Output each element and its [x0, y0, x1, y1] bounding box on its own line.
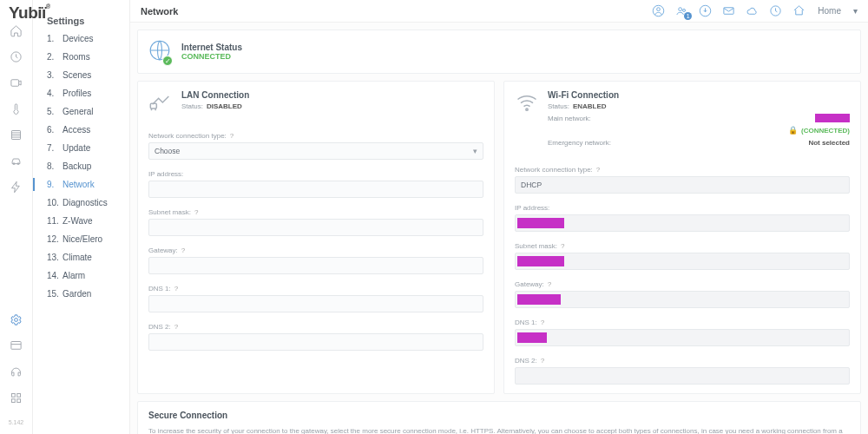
sidebar-item-label: Nice/Elero — [62, 234, 102, 244]
home-selector-label[interactable]: Home — [818, 6, 841, 16]
sidebar-item-nice-elero[interactable]: 12.Nice/Elero — [33, 230, 129, 248]
help-icon[interactable]: ? — [181, 247, 185, 254]
lan-connection-type-select[interactable]: Choose▾ — [148, 142, 483, 160]
wifi-main-network-value — [815, 114, 850, 122]
version-label: 5.142 — [9, 419, 24, 425]
help-icon[interactable]: ? — [174, 285, 178, 293]
sidebar-item-garden[interactable]: 15.Garden — [33, 285, 129, 303]
sidebar-item-label: Rooms — [62, 52, 90, 62]
wifi-title: Wi-Fi Connection — [548, 90, 850, 100]
sidebar-item-backup[interactable]: 8.Backup — [33, 157, 129, 175]
car-icon[interactable] — [9, 153, 24, 168]
svg-point-5 — [15, 318, 18, 321]
blinds-icon[interactable] — [9, 127, 24, 142]
sidebar-item-network[interactable]: 9.Network — [33, 175, 129, 194]
sidebar-item-update[interactable]: 7.Update — [33, 139, 129, 157]
svg-rect-8 — [17, 393, 21, 397]
sidebar-item-label: Diagnostics — [62, 198, 108, 207]
help-icon[interactable]: ? — [596, 166, 600, 174]
sidebar-item-label: Update — [62, 143, 90, 153]
sidebar-item-climate[interactable]: 13.Climate — [33, 248, 129, 266]
svg-rect-6 — [11, 341, 21, 349]
help-icon[interactable]: ? — [230, 132, 233, 140]
svg-point-13 — [679, 8, 682, 11]
globe-icon: ✓ — [148, 39, 171, 64]
svg-rect-1 — [11, 79, 19, 86]
topbar: Network 1 Home ▾ — [130, 0, 868, 23]
sidebar-item-label: General — [62, 107, 94, 116]
help-icon[interactable]: ? — [561, 242, 564, 250]
lock-icon: 🔒 — [788, 126, 798, 135]
lan-dns2-input[interactable] — [148, 333, 483, 351]
users-icon[interactable]: 1 — [675, 4, 688, 17]
gear-icon[interactable] — [9, 312, 24, 327]
sidebar-item-label: Alarm — [62, 271, 85, 280]
wifi-dns2-value — [515, 367, 850, 385]
internet-status-card: ✓ Internet Status CONNECTED — [137, 30, 861, 74]
help-icon[interactable]: ? — [541, 357, 544, 365]
network-scroll[interactable]: ✓ Internet Status CONNECTED LAN Connecti… — [130, 23, 868, 434]
wifi-connection-type-value: DHCP — [515, 176, 850, 194]
wifi-subnet-value — [515, 253, 850, 270]
energy-icon[interactable] — [9, 179, 24, 194]
secure-connection-title: Secure Connection — [148, 411, 850, 420]
sidebar-item-devices[interactable]: 1.Devices — [33, 30, 129, 48]
secure-connection-desc: To increase the security of your connect… — [148, 427, 850, 434]
home-selector-icon[interactable] — [792, 4, 806, 17]
lan-dns1-input[interactable] — [148, 295, 483, 312]
video-icon[interactable] — [9, 75, 24, 90]
wifi-dns1-value — [515, 329, 850, 346]
help-icon[interactable]: ? — [174, 323, 178, 331]
apps-icon[interactable] — [9, 390, 24, 405]
sidebar-item-label: Scenes — [62, 70, 91, 80]
wifi-connected-label: (CONNECTED) — [801, 127, 850, 135]
help-icon[interactable]: ? — [541, 319, 544, 326]
thermometer-icon[interactable] — [9, 101, 24, 116]
wifi-gateway-value — [515, 291, 850, 308]
sidebar-item-general[interactable]: 5.General — [33, 102, 129, 121]
clock-icon[interactable] — [769, 4, 782, 17]
sidebar-item-label: Network — [62, 180, 95, 189]
headset-icon[interactable] — [9, 364, 24, 379]
brand-logo: Yubiï® — [9, 3, 50, 23]
ethernet-icon — [148, 90, 173, 115]
history-icon[interactable] — [9, 49, 24, 64]
wifi-emergency-value: Not selected — [808, 139, 850, 147]
internet-status-value: CONNECTED — [181, 52, 242, 61]
users-badge: 1 — [684, 12, 692, 20]
sidebar-item-z-wave[interactable]: 11.Z-Wave — [33, 212, 129, 230]
svg-point-20 — [526, 108, 528, 110]
home-icon[interactable] — [9, 23, 24, 38]
download-icon[interactable] — [699, 4, 712, 17]
svg-point-12 — [657, 8, 661, 11]
svg-rect-9 — [12, 398, 16, 402]
svg-rect-10 — [17, 398, 21, 402]
chevron-down-icon[interactable]: ▾ — [853, 6, 858, 16]
sidebar-item-scenes[interactable]: 3.Scenes — [33, 66, 129, 84]
sidebar-item-rooms[interactable]: 2.Rooms — [33, 48, 129, 66]
sidebar-item-label: Profiles — [62, 89, 91, 98]
lan-subnet-input[interactable] — [148, 219, 483, 236]
svg-rect-7 — [12, 393, 16, 397]
sidebar-item-alarm[interactable]: 14.Alarm — [33, 266, 129, 285]
cloud-icon[interactable] — [746, 4, 759, 17]
dashboard-icon[interactable] — [9, 338, 24, 353]
lan-ip-input[interactable] — [148, 181, 483, 198]
sidebar-item-diagnostics[interactable]: 10.Diagnostics — [33, 194, 129, 212]
settings-sidebar: Settings 1.Devices2.Rooms3.Scenes4.Profi… — [33, 0, 130, 434]
help-icon[interactable]: ? — [548, 280, 551, 288]
page-title: Network — [141, 6, 178, 16]
nav-rail: 5.142 — [0, 0, 33, 434]
mail-icon[interactable] — [722, 4, 735, 17]
sidebar-item-label: Devices — [62, 34, 94, 43]
sidebar-item-access[interactable]: 6.Access — [33, 121, 129, 139]
secure-connection-card: Secure Connection To increase the securi… — [137, 401, 861, 434]
wifi-status-value: ENABLED — [573, 102, 607, 110]
wifi-card: Wi-Fi Connection Status: ENABLED Main ne… — [503, 81, 861, 394]
user-icon[interactable] — [652, 4, 665, 17]
svg-point-14 — [683, 9, 686, 11]
lan-gateway-input[interactable] — [148, 257, 483, 274]
help-icon[interactable]: ? — [194, 208, 198, 216]
check-icon: ✓ — [162, 56, 173, 66]
sidebar-item-profiles[interactable]: 4.Profiles — [33, 84, 129, 102]
